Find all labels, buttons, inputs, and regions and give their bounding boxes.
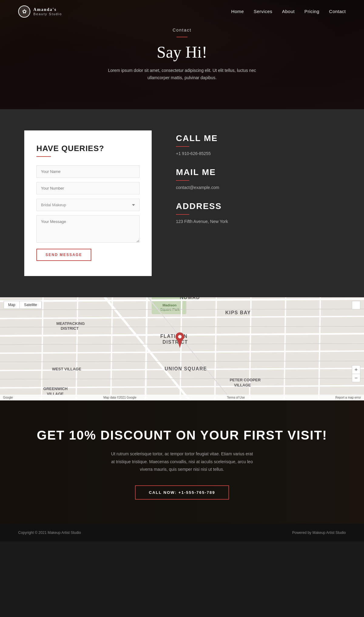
svg-text:DISTRICT: DISTRICT [61, 326, 79, 331]
address-underline [176, 214, 189, 215]
number-input[interactable] [36, 182, 140, 194]
discount-description: Ut rutrum scelerisque tortor, ac tempor … [109, 450, 255, 473]
call-now-button[interactable]: CALL NOW: +1-555-765-789 [135, 485, 229, 500]
svg-text:GREENWICH: GREENWICH [43, 386, 68, 391]
contact-info: CALL ME +1 910-626-85255 MAIL ME contact… [176, 130, 340, 235]
footer: Copyright © 2021 Makeup Artist Studio Po… [0, 524, 364, 541]
svg-text:KIPS BAY: KIPS BAY [225, 310, 251, 315]
map-roads-svg: Madison Square Park [0, 297, 364, 400]
hero-title: Say Hi! [157, 43, 207, 62]
svg-text:DISTRICT: DISTRICT [163, 339, 188, 345]
svg-text:VILLAGE: VILLAGE [234, 383, 251, 387]
map-section: Madison Square Park [0, 297, 364, 400]
logo-icon: ✿ [18, 5, 30, 18]
address-block: ADDRESS 123 Fifth Avenue, New York [176, 201, 340, 224]
logo-text: Amanda's Beauty Studio [33, 7, 62, 15]
map-report[interactable]: Report a map error [335, 396, 361, 399]
message-textarea[interactable] [36, 215, 140, 243]
logo[interactable]: ✿ Amanda's Beauty Studio [18, 5, 62, 18]
map-google-logo: Google [3, 396, 13, 399]
nav-pricing[interactable]: Pricing [304, 9, 319, 14]
phone-value: +1 910-626-85255 [176, 151, 340, 156]
map-expand-button[interactable]: ⤢ [352, 301, 360, 309]
map-zoom-in[interactable]: + [352, 365, 360, 374]
hero-content: Contact Say Hi! Lorem ipsum dolor sit am… [106, 28, 258, 82]
discount-section: GET 10% DISCOUNT ON YOUR FIRST VISIT! Ut… [0, 400, 364, 524]
nav-about[interactable]: About [282, 9, 295, 14]
service-dropdown[interactable]: Bridal Makeup Party Makeup Hair Styling … [36, 199, 140, 211]
svg-text:PETER COOPER: PETER COOPER [230, 378, 261, 382]
map-zoom-controls: + − [352, 365, 360, 382]
svg-text:NOMAD: NOMAD [180, 297, 200, 300]
form-underline [36, 156, 51, 157]
map-data-label: Map data ©2021 Google [103, 396, 136, 399]
svg-text:MEATPACKING: MEATPACKING [56, 321, 85, 326]
form-card: HAVE QUERIES? Bridal Makeup Party Makeup… [24, 130, 152, 276]
send-button[interactable]: SEND MESSAGE [36, 249, 91, 261]
hero-divider [177, 37, 187, 37]
map-tab-satellite[interactable]: Satellite [19, 301, 42, 309]
map-controls: Map Satellite [4, 301, 42, 309]
name-input[interactable] [36, 165, 140, 178]
call-block: CALL ME +1 910-626-85255 [176, 133, 340, 156]
mail-underline [176, 180, 189, 181]
svg-text:Madison: Madison [163, 303, 177, 307]
svg-text:WEST VILLAGE: WEST VILLAGE [52, 367, 81, 371]
map-terms[interactable]: Terms of Use [227, 396, 245, 399]
discount-content: GET 10% DISCOUNT ON YOUR FIRST VISIT! Ut… [18, 428, 346, 500]
map-zoom-out[interactable]: − [352, 374, 360, 382]
contact-section: HAVE QUERIES? Bridal Makeup Party Makeup… [0, 109, 364, 297]
discount-title: GET 10% DISCOUNT ON YOUR FIRST VISIT! [18, 428, 346, 443]
call-underline [176, 146, 189, 147]
nav-contact[interactable]: Contact [329, 9, 346, 14]
svg-point-44 [178, 335, 181, 338]
nav-links: Home Services About Pricing Contact [231, 9, 346, 14]
nav-home[interactable]: Home [231, 9, 244, 14]
address-title: ADDRESS [176, 201, 340, 211]
form-title: HAVE QUERIES? [36, 144, 140, 153]
nav-services[interactable]: Services [254, 9, 272, 14]
map-footer: Google Map data ©2021 Google Terms of Us… [0, 395, 364, 400]
map-background: Madison Square Park [0, 297, 364, 400]
hero-label: Contact [173, 28, 191, 32]
footer-copyright: Copyright © 2021 Makeup Artist Studio [18, 531, 81, 535]
mail-block: MAIL ME contact@example.com [176, 167, 340, 190]
mail-title: MAIL ME [176, 167, 340, 177]
email-value: contact@example.com [176, 185, 340, 190]
svg-text:UNION SQUARE: UNION SQUARE [165, 366, 207, 371]
call-title: CALL ME [176, 133, 340, 143]
map-tab-map[interactable]: Map [4, 301, 19, 309]
footer-powered: Powered by Makeup Artist Studio [292, 531, 346, 535]
navbar: ✿ Amanda's Beauty Studio Home Services A… [0, 0, 364, 23]
address-value: 123 Fifth Avenue, New York [176, 219, 340, 224]
hero-description: Lorem ipsum dolor sit amet, consectetur … [106, 67, 258, 82]
